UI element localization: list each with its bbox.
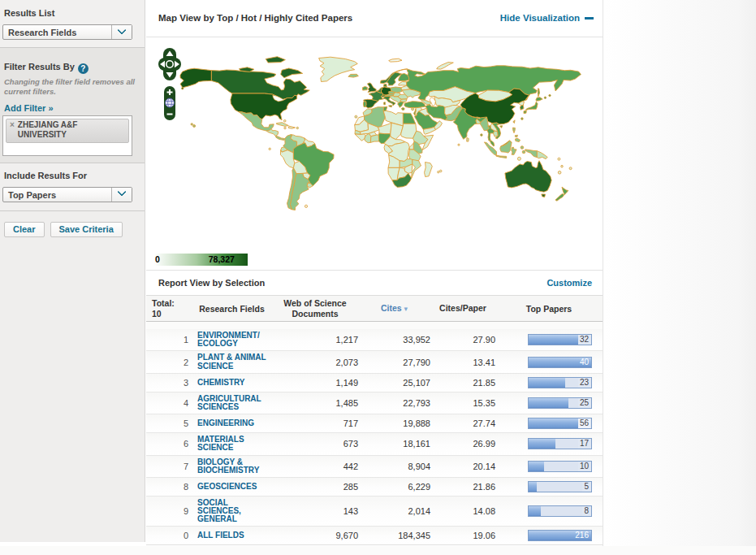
add-filter-link[interactable]: Add Filter » xyxy=(4,103,54,113)
sidebar-buttons: Clear Save Criteria xyxy=(0,211,145,237)
island-vanuatu xyxy=(561,165,564,167)
top-papers-bar: 56 xyxy=(528,418,592,429)
country-costa-rica-panama xyxy=(275,136,284,140)
results-list-label: Results List xyxy=(4,8,138,18)
country-hispaniola xyxy=(288,126,295,128)
results-list-value: Research Fields xyxy=(3,25,111,39)
country-uganda xyxy=(409,143,413,150)
top-papers-value: 25 xyxy=(578,398,590,408)
row-rank: 6 xyxy=(146,439,192,449)
filter-note: Changing the filter field removes all cu… xyxy=(4,77,138,97)
legend-min-value: 0 xyxy=(155,254,160,264)
globe-sphere xyxy=(166,98,175,107)
country-philippines-luzon xyxy=(513,128,516,133)
country-hainan xyxy=(500,126,503,128)
top-papers-bar-fill xyxy=(529,482,537,492)
island-puerto-rico xyxy=(296,127,298,128)
research-field-link[interactable]: AGRICULTURAL SCIENCES xyxy=(197,392,272,414)
visualization-header: Map View by Top / Hot / Highly Cited Pap… xyxy=(146,0,603,37)
research-field-link[interactable]: PLANT & ANIMAL SCIENCE xyxy=(197,351,272,372)
row-cites-per-paper: 27.90 xyxy=(430,335,495,345)
table-row: 8 GEOSCIENCES 285 6,229 21.86 5 xyxy=(146,477,603,496)
row-docs: 1,217 xyxy=(272,335,358,345)
minus-icon xyxy=(585,17,594,20)
results-list-select[interactable]: Research Fields xyxy=(2,24,132,40)
sort-desc-icon: ▾ xyxy=(404,305,408,313)
col-cites-per-paper: Cites/Paper xyxy=(430,303,495,314)
save-criteria-button[interactable]: Save Criteria xyxy=(50,222,123,237)
country-ireland xyxy=(362,86,367,90)
clear-button[interactable]: Clear xyxy=(4,222,45,237)
country-australia xyxy=(505,161,551,193)
row-cites-per-paper: 21.85 xyxy=(430,378,495,388)
include-results-select[interactable]: Top Papers xyxy=(2,187,132,202)
research-field-link[interactable]: ENVIRONMENT/​ECOLOGY xyxy=(197,329,272,350)
chevron-shape xyxy=(117,188,126,197)
hide-visualization-link[interactable]: Hide Visualization xyxy=(500,13,594,23)
report-header: Report View by Selection Customize xyxy=(146,271,603,295)
research-field-link[interactable]: SOCIAL SCIENCES, GENERAL xyxy=(197,496,272,527)
top-papers-value: 23 xyxy=(578,378,590,388)
row-docs: 442 xyxy=(272,462,358,471)
col-research-fields: Research Fields xyxy=(192,304,272,314)
row-docs: 285 xyxy=(272,482,358,492)
table-row: 4 AGRICULTURAL SCIENCES 1,485 22,793 15.… xyxy=(146,392,603,414)
top-papers-bar: 216 xyxy=(528,530,592,541)
bottom-strip xyxy=(0,546,756,555)
row-docs: 143 xyxy=(272,506,358,516)
col-cites-sortable[interactable]: Cites ▾ xyxy=(358,303,430,314)
customize-link[interactable]: Customize xyxy=(546,278,592,288)
row-cites: 8,904 xyxy=(358,462,430,471)
table-row: 7 BIOLOGY & BIOCHEMISTRY 442 8,904 20.14… xyxy=(146,455,603,477)
top-papers-value: 17 xyxy=(578,439,590,449)
legend-max-value: 78,327 xyxy=(209,254,235,264)
country-guinea-sierra-leone xyxy=(355,134,365,141)
country-malaysia xyxy=(490,141,494,146)
country-sakhalin xyxy=(538,89,539,97)
include-results-for-label: Include Results For xyxy=(4,171,138,180)
pan-control[interactable] xyxy=(158,48,181,80)
research-field-link[interactable]: ENGINEERING xyxy=(197,417,254,430)
table-row: 6 MATERIALS SCIENCE 673 18,161 26.99 17 xyxy=(146,432,603,454)
chevron-shape xyxy=(117,25,126,34)
country-philippines-visayas xyxy=(515,135,517,137)
help-icon[interactable]: ? xyxy=(78,63,89,74)
row-rank: 2 xyxy=(146,358,192,367)
row-rank: 1 xyxy=(146,335,192,345)
country-ellesmere-island xyxy=(266,57,285,63)
top-papers-bar: 32 xyxy=(528,334,592,345)
country-taiwan xyxy=(513,120,515,124)
island-falklands xyxy=(305,205,307,207)
filter-results-by-label: Filter Results By xyxy=(4,62,75,72)
include-results-value: Top Papers xyxy=(3,188,111,202)
filter-chip[interactable]: × ZHEJIANG A&F UNIVERSITY xyxy=(6,119,129,143)
table-row: 2 PLANT & ANIMAL SCIENCE 2,073 27,790 13… xyxy=(146,350,603,372)
globe-icon[interactable] xyxy=(166,98,175,107)
country-iceland xyxy=(348,74,358,77)
row-cites: 19,888 xyxy=(358,418,430,428)
research-field-link[interactable]: GEOSCIENCES xyxy=(197,480,257,493)
island-timor xyxy=(517,157,521,160)
research-field-link[interactable]: MATERIALS SCIENCE xyxy=(197,433,272,454)
country-novaya-zemlya xyxy=(437,63,454,70)
zoom-control xyxy=(164,86,175,120)
table-body: 1 ENVIRONMENT/​ECOLOGY 1,217 33,952 27.9… xyxy=(146,329,603,545)
country-kalimantan xyxy=(500,141,512,153)
island-kuril-2 xyxy=(549,94,551,96)
country-south-korea xyxy=(520,105,524,110)
research-field-link[interactable]: BIOLOGY & BIOCHEMISTRY xyxy=(197,456,272,477)
sidebar: Results List Research Fields Filter Resu… xyxy=(0,0,145,542)
remove-filter-icon[interactable]: × xyxy=(10,120,15,141)
research-field-link[interactable]: CHEMISTRY xyxy=(197,376,245,389)
row-cites: 25,107 xyxy=(358,378,430,388)
top-papers-bar: 5 xyxy=(528,481,592,492)
country-portugal xyxy=(363,102,366,107)
world-map xyxy=(146,37,603,271)
country-tunisia xyxy=(383,106,387,111)
results-list-section: Results List Research Fields xyxy=(0,0,145,48)
country-nz-south xyxy=(555,194,564,202)
research-field-link[interactable]: ALL FIELDS xyxy=(197,529,244,542)
pan-center-icon[interactable] xyxy=(166,61,173,67)
row-cites-per-paper: 14.08 xyxy=(430,506,495,516)
world-map-visualization[interactable]: 0 78,327 xyxy=(146,37,603,271)
